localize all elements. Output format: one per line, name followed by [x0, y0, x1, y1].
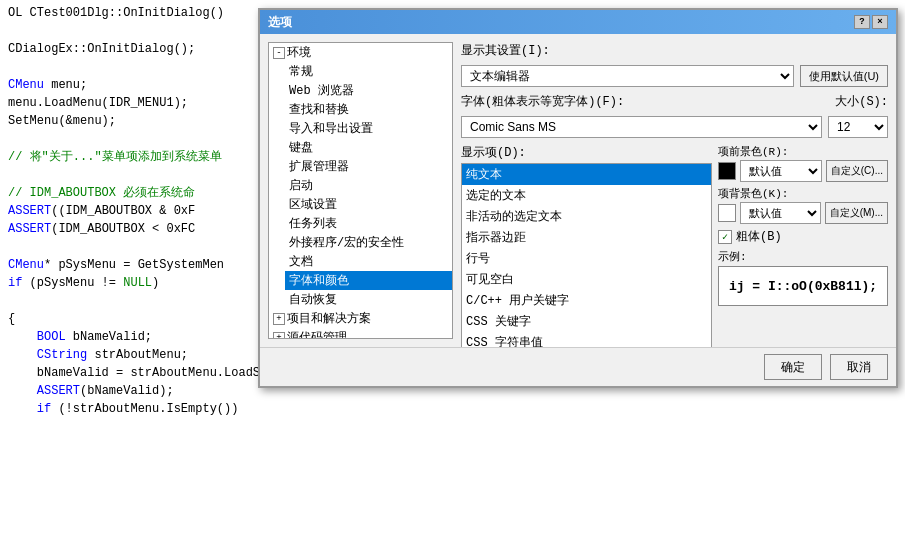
dialog-title: 选项	[268, 14, 292, 31]
display-item[interactable]: CSS 关键字	[462, 311, 711, 332]
show-settings-select-row: 文本编辑器 使用默认值(U)	[461, 65, 888, 87]
tree-item[interactable]: 任务列表	[285, 214, 452, 233]
tree-item-label: 键盘	[289, 139, 313, 156]
display-item[interactable]: 指示器边距	[462, 227, 711, 248]
foreground-select[interactable]: 默认值	[740, 160, 822, 182]
display-item[interactable]: C/C++ 用户关键字	[462, 290, 711, 311]
foreground-row: 默认值 自定义(C)...	[718, 160, 888, 182]
dialog-footer: 确定 取消	[260, 347, 896, 386]
tree-panel: - 环境 常规 Web 浏览器 查找和替换 导入和导出设置 键盘 扩展管理器 启…	[268, 42, 453, 339]
tree-item[interactable]: 启动	[285, 176, 452, 195]
tree-item-projects[interactable]: + 项目和解决方案	[269, 309, 452, 328]
tree-item-label: Web 浏览器	[289, 82, 354, 99]
bold-section[interactable]: 粗体(B)	[718, 228, 888, 245]
size-label: 大小(S):	[835, 93, 888, 110]
tree-item[interactable]: 自动恢复	[285, 290, 452, 309]
tree-item-fonts-colors[interactable]: 字体和颜色	[285, 271, 452, 290]
tree-item[interactable]: 文档	[285, 252, 452, 271]
tree-item-label: 自动恢复	[289, 291, 337, 308]
tree-scroll[interactable]: - 环境 常规 Web 浏览器 查找和替换 导入和导出设置 键盘 扩展管理器 启…	[269, 43, 452, 338]
display-color-section: 显示项(D): 纯文本 选定的文本 非活动的选定文本 指示器边距 行号 可见空白…	[461, 144, 888, 347]
tree-item[interactable]: 常规	[285, 62, 452, 81]
tree-item-label: 文档	[289, 253, 313, 270]
tree-item-label: 启动	[289, 177, 313, 194]
tree-item-label: 源代码管理	[287, 329, 347, 338]
display-label: 显示项(D):	[461, 144, 712, 161]
font-label: 字体(粗体表示等宽字体)(F):	[461, 93, 624, 110]
options-dialog: 选项 ? × - 环境 常规 Web 浏览器 查找和替换 导入和导出设置 键盘 …	[258, 8, 898, 388]
background-section: 项背景色(K): 默认值 自定义(M)...	[718, 186, 888, 224]
display-item-plaintext[interactable]: 纯文本	[462, 164, 711, 185]
tree-item-source[interactable]: + 源代码管理	[269, 328, 452, 338]
tree-root-item[interactable]: - 环境	[269, 43, 452, 62]
tree-item-label: 字体和颜色	[289, 272, 349, 289]
display-column: 显示项(D): 纯文本 选定的文本 非活动的选定文本 指示器边距 行号 可见空白…	[461, 144, 712, 347]
display-item[interactable]: 行号	[462, 248, 711, 269]
show-settings-row: 显示其设置(I):	[461, 42, 888, 59]
tree-item-label: 导入和导出设置	[289, 120, 373, 137]
font-select-row: Comic Sans MS 12	[461, 116, 888, 138]
tree-item[interactable]: 扩展管理器	[285, 157, 452, 176]
tree-item-label: 常规	[289, 63, 313, 80]
display-item[interactable]: 可见空白	[462, 269, 711, 290]
settings-panel: 显示其设置(I): 文本编辑器 使用默认值(U) 字体(粗体表示等宽字体)(F)…	[461, 42, 888, 339]
foreground-section: 项前景色(R): 默认值 自定义(C)...	[718, 144, 888, 182]
code-line: if (!strAboutMenu.IsEmpty())	[8, 400, 897, 418]
show-settings-select[interactable]: 文本编辑器	[461, 65, 794, 87]
tree-item[interactable]: 键盘	[285, 138, 452, 157]
tree-item-label: 区域设置	[289, 196, 337, 213]
example-text: ij = I::oO(0xB81l);	[729, 279, 877, 294]
background-swatch	[718, 204, 736, 222]
color-section: 项前景色(R): 默认值 自定义(C)... 项背景色(K):	[718, 144, 888, 347]
use-default-button[interactable]: 使用默认值(U)	[800, 65, 888, 87]
background-select[interactable]: 默认值	[740, 202, 821, 224]
bold-label: 粗体(B)	[736, 228, 782, 245]
example-label: 示例:	[718, 249, 888, 264]
background-row: 默认值 自定义(M)...	[718, 202, 888, 224]
tree-expand-icon[interactable]: +	[273, 313, 285, 325]
tree-root-label: 环境	[287, 44, 311, 61]
example-section: 示例: ij = I::oO(0xB81l);	[718, 249, 888, 306]
tree-expand-icon[interactable]: -	[273, 47, 285, 59]
size-select[interactable]: 12	[828, 116, 888, 138]
display-item[interactable]: 选定的文本	[462, 185, 711, 206]
tree-item[interactable]: 导入和导出设置	[285, 119, 452, 138]
tree-item-label: 项目和解决方案	[287, 310, 371, 327]
show-settings-label: 显示其设置(I):	[461, 42, 550, 59]
font-row: 字体(粗体表示等宽字体)(F): 大小(S):	[461, 93, 888, 110]
dialog-titlebar: 选项 ? ×	[260, 10, 896, 34]
font-select[interactable]: Comic Sans MS	[461, 116, 822, 138]
foreground-swatch	[718, 162, 736, 180]
foreground-custom-button[interactable]: 自定义(C)...	[826, 160, 888, 182]
tree-expand-icon[interactable]: +	[273, 332, 285, 339]
display-item[interactable]: 非活动的选定文本	[462, 206, 711, 227]
close-button[interactable]: ×	[872, 15, 888, 29]
cancel-button[interactable]: 取消	[830, 354, 888, 380]
titlebar-buttons: ? ×	[854, 15, 888, 29]
display-list[interactable]: 纯文本 选定的文本 非活动的选定文本 指示器边距 行号 可见空白 C/C++ 用…	[461, 163, 712, 347]
tree-item[interactable]: 查找和替换	[285, 100, 452, 119]
tree-item-label: 外接程序/宏的安全性	[289, 234, 404, 251]
tree-item-label: 查找和替换	[289, 101, 349, 118]
foreground-label: 项前景色(R):	[718, 144, 888, 159]
bold-checkbox[interactable]	[718, 230, 732, 244]
tree-item-label: 任务列表	[289, 215, 337, 232]
tree-item[interactable]: 区域设置	[285, 195, 452, 214]
help-button[interactable]: ?	[854, 15, 870, 29]
dialog-content: - 环境 常规 Web 浏览器 查找和替换 导入和导出设置 键盘 扩展管理器 启…	[260, 34, 896, 347]
example-box: ij = I::oO(0xB81l);	[718, 266, 888, 306]
tree-item[interactable]: Web 浏览器	[285, 81, 452, 100]
ok-button[interactable]: 确定	[764, 354, 822, 380]
tree-item[interactable]: 外接程序/宏的安全性	[285, 233, 452, 252]
background-custom-button[interactable]: 自定义(M)...	[825, 202, 888, 224]
display-item[interactable]: CSS 字符串值	[462, 332, 711, 347]
background-label: 项背景色(K):	[718, 186, 888, 201]
tree-item-label: 扩展管理器	[289, 158, 349, 175]
